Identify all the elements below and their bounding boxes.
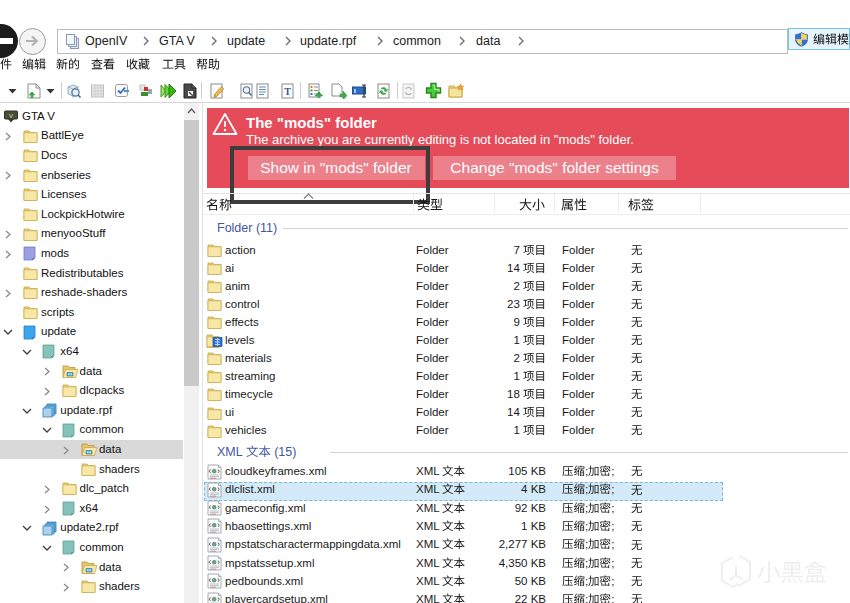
svg-text:V: V [9,113,13,119]
svg-text:T: T [284,86,291,97]
